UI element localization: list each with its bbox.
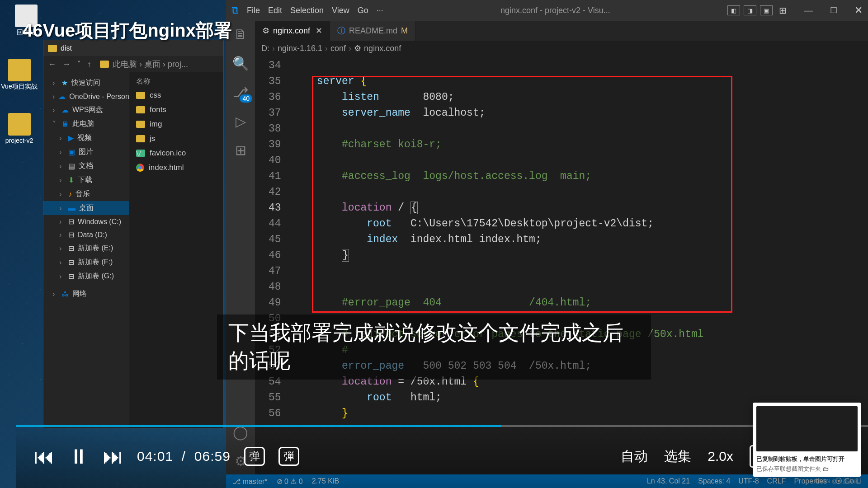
file-explorer: dist ← → ˅ ↑ 此电脑 › 桌面 › proj... ›★快速访问 ›… <box>43 40 224 428</box>
play-pause-button[interactable]: ⏸ <box>68 444 89 469</box>
file-img[interactable]: img <box>129 117 223 131</box>
folder-icon <box>48 45 57 52</box>
episodes-button[interactable]: 选集 <box>664 447 691 466</box>
tabs: ⚙nginx.conf✕ ⓘREADME.mdM <box>255 21 868 41</box>
layout-icon[interactable]: ⊞ <box>776 5 789 15</box>
menu-more[interactable]: ··· <box>377 6 383 15</box>
forward-button[interactable]: → <box>62 60 71 69</box>
gutter: 3435363738394041424344454647484950515253… <box>255 56 289 474</box>
scm-badge: 40 <box>240 94 252 103</box>
file-css[interactable]: css <box>129 88 223 103</box>
minimize-button[interactable]: — <box>804 5 813 16</box>
column-name[interactable]: 名称 <box>129 75 223 88</box>
file-js[interactable]: js <box>129 131 223 146</box>
explorer-content: 名称 css fonts img js Vfavicon.ico index.h… <box>129 72 223 428</box>
notification-thumb <box>756 406 858 451</box>
layout-icon[interactable]: ◧ <box>727 5 740 15</box>
folder-vue[interactable]: Vue项目实战 <box>0 59 38 91</box>
folder-vue-label: Vue项目实战 <box>0 83 38 91</box>
sidebar-downloads[interactable]: ›⬇下载 <box>43 173 129 187</box>
prev-button[interactable]: ⏮ <box>34 444 55 469</box>
time-display: 04:01 / 06:59 <box>137 449 231 464</box>
explorer-icon[interactable]: 🗎 <box>232 26 249 42</box>
quality-button[interactable]: 自动 <box>621 447 648 466</box>
close-icon[interactable]: ✕ <box>316 26 322 36</box>
debug-icon[interactable]: ▷ <box>232 113 249 129</box>
layout-icon[interactable]: ◨ <box>744 5 756 15</box>
danmu-button[interactable]: 弹 <box>244 447 265 466</box>
notification-popup[interactable]: ✕ 已复制到粘贴板，单击图片可打开 已保存至联想截图文件夹 🗁 <box>753 403 861 477</box>
sidebar-thispc[interactable]: ˅🖥此电脑 <box>43 117 129 131</box>
sidebar-quickaccess[interactable]: ›★快速访问 <box>43 76 129 90</box>
csdn-watermark: CSDN @大益夕落 <box>815 478 859 485</box>
explorer-sidebar: ›★快速访问 ›☁OneDrive - Persona ›☁WPS网盘 ˅🖥此电… <box>43 72 129 428</box>
titlebar: ⧉ File Edit Selection View Go ··· nginx.… <box>226 0 868 21</box>
explorer-nav: ← → ˅ ↑ 此电脑 › 桌面 › proj... <box>43 56 223 72</box>
file-index[interactable]: index.html <box>129 160 223 175</box>
tab-readme[interactable]: ⓘREADME.mdM <box>330 21 415 41</box>
menu-file[interactable]: File <box>247 6 260 15</box>
video-title: 46Vue项目打包nginx部署 <box>23 18 232 43</box>
danmu-settings-button[interactable]: 弾 <box>278 447 299 466</box>
menu-selection[interactable]: Selection <box>290 6 324 15</box>
notification-title: 已复制到粘贴板，单击图片可打开 <box>756 455 858 463</box>
sidebar-onedrive[interactable]: ›☁OneDrive - Persona <box>43 90 129 103</box>
sidebar-fdrive[interactable]: ›⊟新加卷 (F:) <box>43 255 129 269</box>
next-button[interactable]: ⏭ <box>103 444 123 469</box>
folder-project-label: project-v2 <box>0 137 38 144</box>
menu-go[interactable]: Go <box>358 6 368 15</box>
sidebar-gdrive[interactable]: ›⊟新加卷 (G:) <box>43 269 129 283</box>
breadcrumb[interactable]: 此电脑 › 桌面 › proj... <box>100 59 219 70</box>
sidebar-network[interactable]: ›🖧网络 <box>43 287 129 301</box>
sidebar-wps[interactable]: ›☁WPS网盘 <box>43 103 129 117</box>
sidebar-ddrive[interactable]: ›⊟Data (D:) <box>43 228 129 241</box>
search-icon[interactable]: 🔍 <box>232 55 249 71</box>
back-button[interactable]: ← <box>48 60 56 69</box>
history-button[interactable]: ˅ <box>77 59 81 69</box>
sidebar-music[interactable]: ›♪音乐 <box>43 187 129 201</box>
sidebar-desktop[interactable]: ›▬桌面 <box>43 201 129 215</box>
sidebar-videos[interactable]: ›▶视频 <box>43 131 129 145</box>
scm-icon[interactable]: ⎇40 <box>232 84 249 100</box>
tab-nginx[interactable]: ⚙nginx.conf✕ <box>255 21 330 41</box>
close-button[interactable]: ✕ <box>854 5 863 16</box>
file-favicon[interactable]: Vfavicon.ico <box>129 146 223 160</box>
player-bar: ⏮ ⏸ ⏭ 04:01 / 06:59 弹 弾 自动 选集 2.0x 字幕 🔊 … <box>16 425 868 488</box>
editor-breadcrumbs[interactable]: D: › nginx-1.16.1 › conf › ⚙ nginx.conf <box>255 41 868 56</box>
explorer-title-text: dist <box>61 44 72 52</box>
menu-edit[interactable]: Edit <box>268 6 282 15</box>
notification-subtitle: 已保存至联想截图文件夹 🗁 <box>756 465 858 473</box>
vscode-logo-icon: ⧉ <box>231 5 239 16</box>
menu-view[interactable]: View <box>332 6 349 15</box>
sidebar-pictures[interactable]: ›▣图片 <box>43 145 129 159</box>
progress-bar[interactable] <box>16 425 868 427</box>
window-title: nginx.conf - project-v2 - Visu... <box>392 6 719 15</box>
file-fonts[interactable]: fonts <box>129 103 223 117</box>
sidebar-cdrive[interactable]: ›⊟Windows (C:) <box>43 215 129 228</box>
sidebar-docs[interactable]: ›▤文档 <box>43 159 129 173</box>
activitybar: 🗎 🔍 ⎇40 ▷ ⊞ ◯ ⚙ <box>226 21 255 474</box>
layout-icon[interactable]: ▣ <box>760 5 773 15</box>
maximize-button[interactable]: ☐ <box>830 5 837 15</box>
speed-button[interactable]: 2.0x <box>708 449 733 464</box>
extensions-icon[interactable]: ⊞ <box>232 142 249 158</box>
subtitle: 下当我部署完成就说修改这个文件完成之后的话呢 <box>217 314 651 380</box>
folder-project[interactable]: project-v2 <box>0 113 38 144</box>
sidebar-edrive[interactable]: ›⊟新加卷 (E:) <box>43 241 129 255</box>
up-button[interactable]: ↑ <box>87 60 91 69</box>
